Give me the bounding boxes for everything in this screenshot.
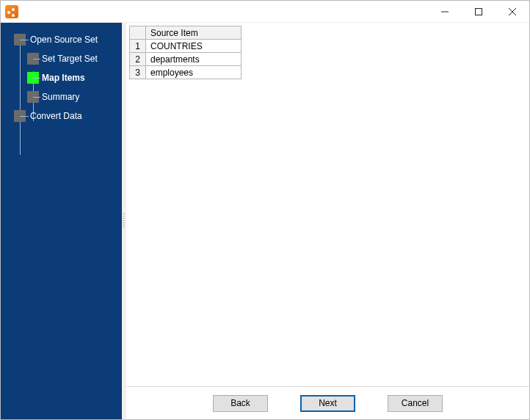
- step-open-source-set[interactable]: Open Source Set: [1, 30, 122, 49]
- step-label: Convert Data: [30, 111, 82, 121]
- step-map-items[interactable]: Map Items: [1, 68, 122, 87]
- table-row[interactable]: 2 departments: [130, 53, 242, 66]
- table-row[interactable]: 1 COUNTRIES: [130, 40, 242, 53]
- table-row[interactable]: 3 employees: [130, 66, 242, 79]
- back-button[interactable]: Back: [213, 395, 268, 412]
- footer: Back Next Cancel: [126, 387, 529, 419]
- cell-source-item[interactable]: COUNTRIES: [146, 40, 242, 53]
- step-convert-data[interactable]: Convert Data: [1, 106, 122, 126]
- cancel-button[interactable]: Cancel: [388, 395, 443, 412]
- column-header-source-item[interactable]: Source Item: [146, 26, 242, 40]
- step-label: Summary: [42, 92, 79, 102]
- row-number[interactable]: 3: [130, 66, 146, 79]
- row-number[interactable]: 2: [130, 53, 146, 66]
- splitter[interactable]: [122, 23, 126, 419]
- row-number[interactable]: 1: [130, 40, 146, 53]
- source-items-table[interactable]: Source Item 1 COUNTRIES 2 departments: [129, 26, 242, 79]
- step-label: Set Target Set: [42, 54, 98, 64]
- step-label: Map Items: [42, 73, 85, 83]
- maximize-button[interactable]: [462, 1, 495, 23]
- cell-source-item[interactable]: employees: [146, 66, 242, 79]
- minimize-button[interactable]: [428, 1, 462, 23]
- step-set-target-set[interactable]: Set Target Set: [1, 49, 122, 68]
- next-button[interactable]: Next: [300, 395, 355, 412]
- cell-source-item[interactable]: departments: [146, 53, 242, 66]
- content-area: Source Item 1 COUNTRIES 2 departments: [126, 23, 529, 387]
- app-icon: [5, 5, 18, 18]
- table-corner[interactable]: [130, 26, 146, 40]
- titlebar: [1, 1, 529, 23]
- svg-rect-1: [476, 8, 482, 15]
- step-label: Open Source Set: [30, 35, 98, 45]
- step-summary[interactable]: Summary: [1, 87, 122, 106]
- close-button[interactable]: [495, 1, 529, 23]
- wizard-sidebar: Open Source Set Set Target Set Map Items…: [1, 23, 122, 419]
